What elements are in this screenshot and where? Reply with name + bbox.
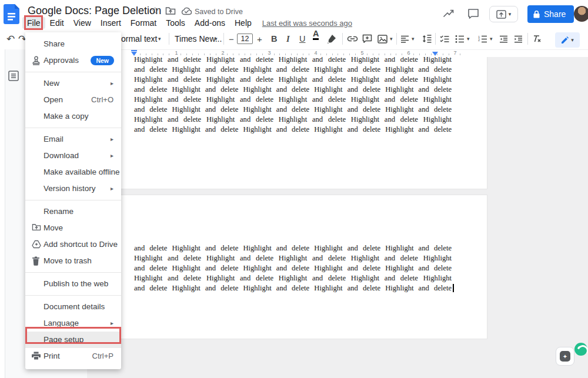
increase-font-size-button[interactable]: + (257, 28, 262, 49)
file-menu-language[interactable]: Language ▸ (25, 315, 121, 332)
menu-item-label: Make a copy (44, 112, 89, 121)
menu-item-label: Move to trash (44, 256, 92, 265)
file-menu-open[interactable]: Open Ctrl+O (25, 92, 121, 108)
present-button[interactable]: ▾ (489, 6, 518, 22)
align-icon[interactable] (400, 28, 409, 49)
bold-button[interactable]: B (271, 28, 277, 49)
document-stats-icon[interactable] (443, 8, 455, 19)
last-edit-link[interactable]: Last edit was seconds ago (262, 19, 352, 28)
ruler-number: 6 (405, 50, 412, 56)
clear-formatting-icon[interactable] (532, 28, 541, 49)
explore-button[interactable]: ✦ (556, 347, 574, 366)
document-title[interactable]: Google Docs: Page Deletion (28, 5, 161, 17)
menu-addons[interactable]: Add-ons (190, 17, 230, 29)
trash-icon (32, 256, 40, 266)
document-page-1[interactable]: Highlight and delete Highlight and delet… (112, 52, 487, 189)
add-comment-icon[interactable] (362, 28, 372, 49)
ruler-number: 1 (173, 50, 179, 56)
file-menu-add-shortcut-to-drive[interactable]: Add shortcut to Drive (25, 236, 121, 253)
menu-item-label: Document details (44, 302, 105, 311)
undo-icon[interactable]: ↶ (6, 28, 15, 49)
style-dropdown-caret[interactable]: ▾ (158, 28, 161, 49)
decrease-indent-icon[interactable] (499, 28, 508, 49)
file-menu-page-setup[interactable]: Page setup (25, 332, 121, 348)
image-dropdown-caret[interactable]: ▾ (390, 28, 393, 49)
checklist-icon[interactable] (440, 28, 449, 49)
file-menu-make-a-copy[interactable]: Make a copy (25, 108, 121, 125)
file-menu-make-available-offline[interactable]: Make available offline (25, 164, 121, 180)
explore-star-icon: ✦ (560, 351, 570, 362)
file-menu-print[interactable]: Print Ctrl+P (25, 348, 121, 364)
menu-insert[interactable]: Insert (96, 17, 126, 29)
menu-item-label: Page setup (44, 335, 83, 344)
underline-button[interactable]: U (299, 28, 305, 49)
horizontal-ruler[interactable]: 1 2 3 4 5 6 7 (87, 50, 588, 57)
comments-icon[interactable] (467, 8, 479, 19)
extension-status-icon[interactable] (574, 343, 587, 356)
star-icon[interactable]: ☆ (151, 5, 159, 17)
text-color-button[interactable]: A (313, 29, 319, 40)
decrease-font-size-button[interactable]: − (229, 28, 234, 49)
menu-tools[interactable]: Tools (161, 17, 190, 29)
page-2-text[interactable]: and delete Highlight and delete Highligh… (134, 243, 452, 293)
page-1-text[interactable]: Highlight and delete Highlight and delet… (134, 55, 452, 135)
menu-item-label: Version history (44, 184, 96, 193)
menu-format[interactable]: Format (126, 17, 161, 29)
font-size-input[interactable]: 12 (237, 34, 253, 44)
increase-indent-icon[interactable] (514, 28, 523, 49)
menu-item-label: New (44, 79, 59, 88)
document-outline-icon[interactable] (8, 71, 19, 81)
file-menu-rename[interactable]: Rename (25, 203, 121, 220)
file-menu-share[interactable]: Share (25, 36, 121, 52)
menu-edit[interactable]: Edit (45, 17, 69, 29)
share-button-label: Share (544, 9, 566, 19)
saved-cloud-icon (181, 7, 192, 15)
share-button[interactable]: Share (527, 5, 574, 23)
editing-mode-caret[interactable]: ▾ (571, 37, 574, 43)
file-menu-download[interactable]: Download ▸ (25, 148, 121, 164)
insert-image-icon[interactable] (377, 28, 387, 49)
italic-button[interactable]: I (286, 28, 290, 49)
menu-item-label: Email (44, 135, 64, 143)
numbered-list-icon[interactable]: 1 2 (478, 28, 487, 49)
menu-separator (25, 72, 121, 72)
move-folder-icon[interactable] (165, 6, 176, 16)
saved-status[interactable]: Saved to Drive (195, 8, 243, 16)
submenu-arrow-icon: ▸ (111, 75, 113, 92)
right-margin-marker[interactable] (432, 52, 438, 56)
menu-help[interactable]: Help (230, 17, 256, 29)
file-menu-new[interactable]: New ▸ (25, 75, 121, 92)
menu-item-label: Make available offline (44, 168, 120, 176)
menu-item-label: Add shortcut to Drive (44, 240, 118, 249)
ruler-ticks (134, 53, 463, 55)
editing-mode-button[interactable]: ▾ (555, 32, 580, 48)
google-docs-logo-icon[interactable] (4, 4, 19, 24)
insert-link-icon[interactable] (347, 28, 358, 49)
file-menu-move[interactable]: Move (25, 220, 121, 236)
document-page-2[interactable]: and delete Highlight and delete Highligh… (112, 195, 487, 339)
highlight-color-icon[interactable] (327, 28, 336, 49)
font-dropdown-caret[interactable]: ▾ (215, 28, 218, 49)
bulleted-list-caret[interactable]: ▾ (467, 28, 470, 49)
align-dropdown-caret[interactable]: ▾ (412, 28, 415, 49)
file-menu-publish-to-the-web[interactable]: Publish to the web (25, 276, 121, 292)
present-dropdown-caret[interactable]: ▾ (509, 11, 512, 17)
lock-icon (533, 11, 540, 18)
shortcut-label: Ctrl+O (91, 92, 113, 108)
file-menu-move-to-trash[interactable]: Move to trash (25, 253, 121, 269)
numbered-list-caret[interactable]: ▾ (490, 28, 493, 49)
menu-separator (25, 128, 121, 128)
left-margin-marker[interactable] (131, 52, 137, 56)
account-avatar[interactable] (574, 6, 588, 22)
file-menu-email[interactable]: Email ▸ (25, 131, 121, 148)
file-menu-approvals[interactable]: Approvals New (25, 52, 121, 69)
bulleted-list-icon[interactable] (455, 28, 464, 49)
line-spacing-icon[interactable] (422, 28, 432, 49)
ruler-number: 4 (312, 50, 319, 56)
paragraph-style-select[interactable]: ormal text (121, 28, 157, 49)
file-menu-document-details[interactable]: Document details (25, 299, 121, 315)
menu-view[interactable]: View (69, 17, 96, 29)
first-line-indent-marker[interactable] (131, 50, 137, 51)
menu-file[interactable]: File (22, 17, 45, 29)
file-menu-version-history[interactable]: Version history ▸ (25, 180, 121, 197)
